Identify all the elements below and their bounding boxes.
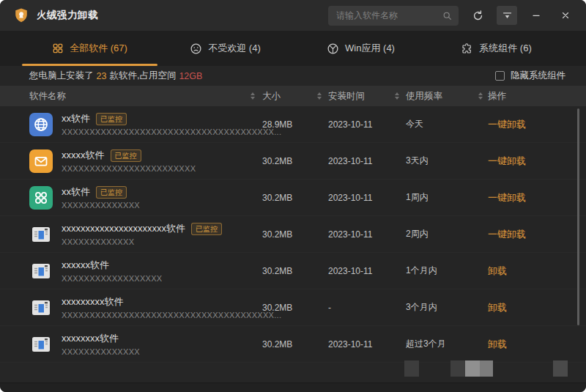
- software-name: xxxxxx软件: [62, 259, 109, 272]
- uninstall-button[interactable]: 一键卸载: [488, 155, 576, 168]
- tab-win-apps[interactable]: Win应用 (4): [293, 31, 429, 66]
- close-button[interactable]: [555, 6, 576, 25]
- software-subtitle: XXXXXXXXXXXXXX: [62, 347, 140, 356]
- monitored-badge: 已监控: [191, 223, 222, 235]
- title-bar: 火绒强力卸载: [0, 0, 586, 31]
- tab-unwelcome[interactable]: 不受欢迎 (4): [157, 31, 293, 66]
- table-row[interactable]: xxxxxxxxx软件 XXXXXXXXXXXXXXXXXXXXXXXXXXXX…: [0, 289, 586, 326]
- status-bar: 您电脑上安装了 23 款软件,占用空间 12GB 隐藏系统组件: [0, 66, 586, 86]
- tab-label: 全部软件 (67): [70, 42, 127, 55]
- minimize-icon: [531, 10, 541, 21]
- redacted-block: [450, 360, 493, 377]
- uninstall-button[interactable]: 卸载: [488, 301, 576, 314]
- software-name: xxxxxxxx软件: [62, 332, 119, 345]
- software-subtitle: XXXXXXXXXXXXXXXXXX: [62, 274, 162, 283]
- win-app-icon: [327, 42, 339, 55]
- table-row[interactable]: xxxxxxxx软件 XXXXXXXXXXXXXX 30.2MB 2023-10…: [0, 326, 586, 363]
- sort-size-button[interactable]: [311, 92, 328, 100]
- sad-face-icon: [190, 42, 202, 55]
- name-text: xx软件已监控 XXXXXXXXXXXXXX: [62, 185, 140, 210]
- hide-system-checkbox[interactable]: [495, 71, 505, 81]
- uninstall-button[interactable]: 一键卸载: [488, 228, 576, 241]
- shield-logo-icon: [13, 7, 29, 23]
- header-size[interactable]: 大小: [262, 90, 311, 103]
- header-frequency[interactable]: 使用频率: [406, 90, 473, 103]
- filter-icon: [502, 10, 513, 21]
- status-middle: 款软件,占用空间: [109, 70, 176, 82]
- tab-system-components[interactable]: 系统组件 (6): [429, 31, 564, 66]
- frequency-value: 3个月内: [406, 301, 473, 314]
- software-subtitle: XXXXXXXXXXXXXXXXXXXXXXXX: [62, 164, 196, 173]
- name-cell: xxxxxx软件 XXXXXXXXXXXXXXXXXX: [29, 259, 243, 283]
- name-text: xxxxxxxxx软件 XXXXXXXXXXXXXXXXXXXXXXXXXXXX…: [62, 295, 281, 319]
- header-name[interactable]: 软件名称: [29, 90, 243, 103]
- name-cell: xxxxx软件已监控 XXXXXXXXXXXXXXXXXXXXXXXX: [29, 149, 243, 173]
- tab-label: 系统组件 (6): [479, 42, 532, 55]
- grid-icon: [52, 42, 64, 54]
- install-time-value: -: [328, 303, 388, 313]
- table-row[interactable]: xxxxx软件已监控 XXXXXXXXXXXXXXXXXXXXXXXX 30.2…: [0, 143, 586, 180]
- search-input[interactable]: [335, 10, 442, 21]
- software-name: xxxxxxxxxxxxxxxxxxxxxx软件: [62, 222, 185, 235]
- window-app-icon: [29, 296, 53, 319]
- mail-app-icon: [29, 149, 53, 173]
- refresh-button[interactable]: [467, 6, 488, 25]
- refresh-icon: [472, 10, 484, 22]
- uninstall-button[interactable]: 一键卸载: [488, 191, 576, 204]
- redacted-block: [404, 360, 419, 377]
- install-time-value: 2023-10-11: [328, 339, 388, 350]
- size-value: 30.2MB: [262, 156, 311, 166]
- tab-label: 不受欢迎 (4): [208, 42, 261, 55]
- window-bottom-edge: [0, 382, 586, 392]
- filter-button[interactable]: [497, 6, 517, 25]
- occupied-size: 12GB: [179, 71, 202, 81]
- header-install-time[interactable]: 安装时间: [328, 90, 388, 103]
- name-text: xxxxxxxxxxxxxxxxxxxxxx软件已监控 XXXXXXXXXXXX…: [62, 222, 222, 246]
- frequency-value: 1个月内: [406, 265, 473, 277]
- status-prefix: 您电脑上安装了: [29, 70, 94, 82]
- name-cell: xxxxxxxx软件 XXXXXXXXXXXXXX: [29, 332, 243, 356]
- size-value: 28.9MB: [262, 119, 311, 130]
- frequency-value: 今天: [406, 118, 473, 130]
- window-app-icon: [29, 333, 53, 356]
- redacted-block: [553, 360, 568, 377]
- table-row[interactable]: xx软件已监控 XXXXXXXXXXXXXX 30.2MB 2023-10-11…: [0, 180, 586, 216]
- software-name: xx软件: [62, 112, 90, 125]
- monitored-badge: 已监控: [96, 113, 127, 125]
- install-time-value: 2023-10-11: [328, 229, 388, 240]
- software-name: xxxxx软件: [62, 149, 105, 162]
- frequency-value: 3天内: [406, 155, 473, 167]
- size-value: 30.2MB: [262, 229, 311, 240]
- install-time-value: 2023-10-11: [328, 193, 388, 203]
- globe-app-icon: [29, 113, 53, 136]
- name-text: xx软件已监控 XXXXXXXXXXXXXXXXXXXXXXXXXXXXXXXX…: [62, 112, 281, 136]
- table-row[interactable]: xxxxxxxxxxxxxxxxxxxxxx软件已监控 XXXXXXXXXXXX…: [0, 216, 586, 253]
- monitored-badge: 已监控: [111, 149, 141, 162]
- uninstall-button[interactable]: 一键卸载: [488, 118, 576, 131]
- software-subtitle: XXXXXXXXXXXXXX: [62, 201, 140, 210]
- table-row[interactable]: xxxxxx软件 XXXXXXXXXXXXXXXXXX 30.2MB 2023-…: [0, 253, 586, 289]
- hide-system-components-toggle[interactable]: 隐藏系统组件: [495, 70, 565, 82]
- uninstall-button[interactable]: 卸载: [488, 338, 576, 351]
- tab-bar: 全部软件 (67) 不受欢迎 (4) Win应用 (4) 系统组件 (6): [0, 31, 586, 66]
- name-cell: xx软件已监控 XXXXXXXXXXXXXX: [29, 185, 243, 210]
- frequency-value: 超过3个月: [406, 338, 473, 350]
- table-row[interactable]: xx软件已监控 XXXXXXXXXXXXXXXXXXXXXXXXXXXXXXXX…: [0, 106, 586, 143]
- software-subtitle: XXXXXXXXXXXXX: [62, 237, 222, 246]
- window-app-icon: [29, 259, 53, 283]
- header-action: 操作: [488, 90, 576, 103]
- name-cell: xxxxxxxxxxxxxxxxxxxxxx软件已监控 XXXXXXXXXXXX…: [29, 222, 243, 246]
- tab-label: Win应用 (4): [345, 42, 395, 55]
- size-value: 30.2MB: [262, 193, 311, 203]
- vertical-scrollbar[interactable]: [577, 108, 579, 325]
- software-subtitle: XXXXXXXXXXXXXXXXXXXXXXXXXXXXXXXXXXXXXX..…: [62, 311, 281, 319]
- clover-app-icon: [29, 186, 53, 210]
- name-text: xxxxxx软件 XXXXXXXXXXXXXXXXXX: [62, 259, 162, 283]
- sort-install-time-button[interactable]: [388, 92, 406, 100]
- sort-name-button[interactable]: [243, 92, 262, 100]
- minimize-button[interactable]: [526, 6, 546, 25]
- tab-all-software[interactable]: 全部软件 (67): [22, 31, 157, 66]
- uninstall-button[interactable]: 卸载: [488, 265, 576, 278]
- search-box[interactable]: [328, 6, 459, 26]
- sort-frequency-button[interactable]: [473, 92, 488, 100]
